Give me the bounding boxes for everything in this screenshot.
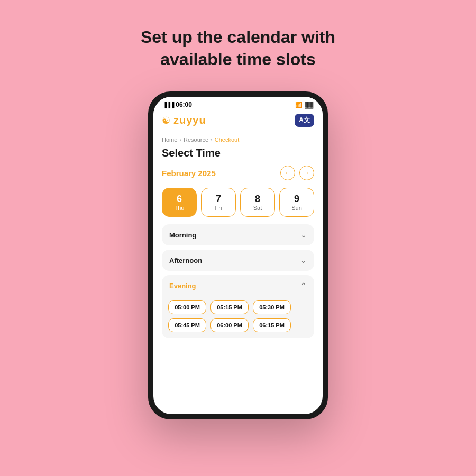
headline: Set up the calendar with available time … xyxy=(141,26,335,70)
breadcrumb-sep2: › xyxy=(210,136,213,143)
headline-line1: Set up the calendar with xyxy=(141,28,335,47)
phone-screen: ▐▐▐ 06:00 📶 ▓▓ ☯ zuyyu A文 Home › xyxy=(153,97,323,414)
breadcrumb-checkout[interactable]: Checkout xyxy=(215,136,239,143)
day-card-sun[interactable]: 9 Sun xyxy=(279,188,314,217)
status-icons: 📶 ▓▓ xyxy=(295,102,313,108)
morning-label: Morning xyxy=(169,231,196,239)
time-slot-0530pm[interactable]: 05:30 PM xyxy=(253,300,291,314)
evening-label: Evening xyxy=(169,282,196,290)
afternoon-chevron-icon: ⌄ xyxy=(300,256,307,264)
app-content: Home › Resource › Checkout Select Time F… xyxy=(153,132,323,414)
evening-time-slots: 05:00 PM 05:15 PM 05:30 PM 05:45 PM 06:0… xyxy=(162,296,314,338)
nav-buttons: ← → xyxy=(280,166,314,180)
day-selector: 6 Thu 7 Fri 8 Sat 9 Sun xyxy=(162,188,314,217)
morning-accordion-header[interactable]: Morning ⌄ xyxy=(162,224,314,245)
morning-chevron-icon: ⌄ xyxy=(300,231,307,239)
morning-accordion: Morning ⌄ xyxy=(162,224,314,245)
time-slot-0545pm[interactable]: 05:45 PM xyxy=(168,318,206,332)
battery-icon: ▓▓ xyxy=(305,102,313,108)
breadcrumb-resource[interactable]: Resource xyxy=(184,136,208,143)
prev-month-button[interactable]: ← xyxy=(280,166,295,180)
day-name-thu: Thu xyxy=(166,205,193,211)
time-slot-0515pm[interactable]: 05:15 PM xyxy=(210,300,249,314)
logo-icon: ☯ xyxy=(162,115,170,126)
phone-device: ▐▐▐ 06:00 📶 ▓▓ ☯ zuyyu A文 Home › xyxy=(148,91,328,419)
day-num-fri: 7 xyxy=(205,194,232,205)
status-time: 06:00 xyxy=(176,101,192,108)
wifi-icon: 📶 xyxy=(295,102,303,108)
next-month-button[interactable]: → xyxy=(299,166,314,180)
time-slot-0500pm[interactable]: 05:00 PM xyxy=(168,300,206,314)
time-slot-0615pm[interactable]: 06:15 PM xyxy=(253,318,291,332)
day-card-fri[interactable]: 7 Fri xyxy=(201,188,236,217)
status-bar: ▐▐▐ 06:00 📶 ▓▓ xyxy=(153,97,323,111)
translate-button[interactable]: A文 xyxy=(295,114,314,127)
day-name-fri: Fri xyxy=(205,205,232,211)
day-num-sat: 8 xyxy=(244,194,271,205)
headline-line2: available time slots xyxy=(160,50,315,69)
day-num-thu: 6 xyxy=(166,194,193,205)
logo-area: ☯ zuyyu xyxy=(162,114,206,126)
day-name-sun: Sun xyxy=(283,205,310,211)
logo-text: zuyyu xyxy=(173,114,206,126)
breadcrumb-home[interactable]: Home xyxy=(162,136,177,143)
evening-chevron-icon: ⌃ xyxy=(300,281,307,290)
day-num-sun: 9 xyxy=(283,194,310,205)
day-name-sat: Sat xyxy=(244,205,271,211)
afternoon-accordion-header[interactable]: Afternoon ⌄ xyxy=(162,250,314,271)
afternoon-label: Afternoon xyxy=(169,257,202,264)
month-label: February 2025 xyxy=(162,169,216,178)
evening-accordion: Evening ⌃ 05:00 PM 05:15 PM 05:30 PM 05:… xyxy=(162,275,314,338)
signal-icon: ▐▐▐ xyxy=(163,102,174,108)
page-title: Select Time xyxy=(162,147,314,159)
app-header: ☯ zuyyu A文 xyxy=(153,111,323,132)
breadcrumb-sep1: › xyxy=(179,136,181,143)
breadcrumb: Home › Resource › Checkout xyxy=(162,136,314,143)
time-slot-0600pm[interactable]: 06:00 PM xyxy=(210,318,249,332)
translate-label: A文 xyxy=(299,116,310,125)
month-navigation: February 2025 ← → xyxy=(162,166,314,180)
afternoon-accordion: Afternoon ⌄ xyxy=(162,250,314,271)
evening-accordion-header[interactable]: Evening ⌃ xyxy=(162,275,314,296)
day-card-thu[interactable]: 6 Thu xyxy=(162,188,197,217)
day-card-sat[interactable]: 8 Sat xyxy=(240,188,275,217)
